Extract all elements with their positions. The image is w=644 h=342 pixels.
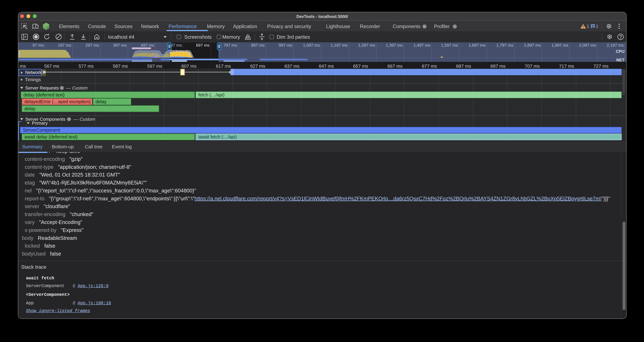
svg-text:1,697 ms: 1,697 ms [468,43,486,48]
svg-text:1,097 ms: 1,097 ms [303,43,320,48]
svg-text:697 ms: 697 ms [196,43,210,48]
svg-text:197 ms: 197 ms [58,43,71,48]
svg-text:1,897 ms: 1,897 ms [524,43,541,48]
svg-text:297 ms: 297 ms [86,43,99,48]
svg-text:1,997 ms: 1,997 ms [552,43,568,48]
svg-text:97 ms: 97 ms [32,43,44,48]
svg-text:2,097 ms: 2,097 ms [579,43,596,48]
svg-text:497 ms: 497 ms [141,43,154,48]
svg-text:NET: NET [616,58,624,62]
svg-text:1,597 ms: 1,597 ms [441,43,458,48]
svg-text:397 ms: 397 ms [113,43,126,48]
svg-text:2,197 ms: 2,197 ms [607,43,624,48]
svg-text:1,397 ms: 1,397 ms [386,43,403,48]
svg-text:CPU: CPU [616,49,624,54]
svg-text:1,497 ms: 1,497 ms [414,43,430,48]
svg-text:797 ms: 797 ms [224,43,237,48]
svg-text:1,797 ms: 1,797 ms [496,43,513,48]
svg-text:1,197 ms: 1,197 ms [330,43,348,48]
svg-text:897 ms: 897 ms [251,43,265,48]
svg-text:1,297 ms: 1,297 ms [358,43,375,48]
svg-text:997 ms: 997 ms [279,43,292,48]
